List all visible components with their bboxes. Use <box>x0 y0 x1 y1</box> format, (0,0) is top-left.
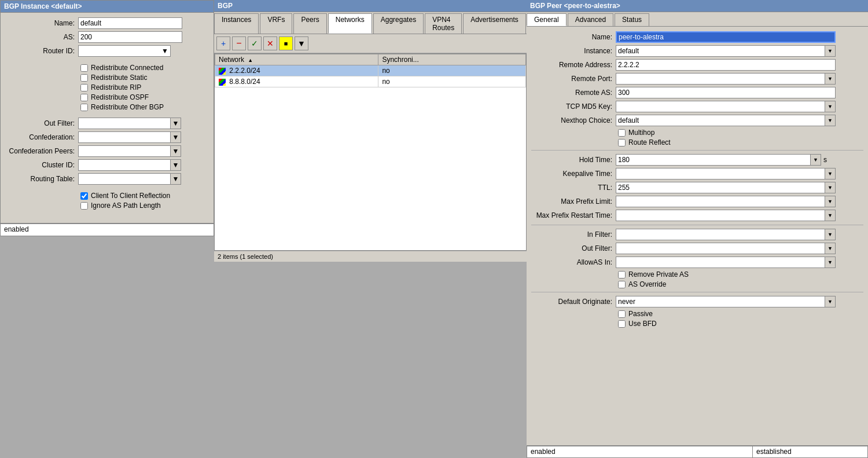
peer-remote-port-dropdown[interactable] <box>616 73 825 85</box>
peer-in-filter-btn[interactable]: ▼ <box>825 229 836 240</box>
tab-peers[interactable]: Peers <box>293 13 326 34</box>
redist-ospf-checkbox[interactable] <box>80 94 88 101</box>
peer-multihop-label: Multihop <box>628 129 654 137</box>
peer-remote-port-btn[interactable]: ▼ <box>825 73 836 85</box>
peer-ttl-btn[interactable]: ▼ <box>825 182 836 193</box>
bgp-peer-tab-bar: General Advanced Status <box>527 12 868 27</box>
peer-as-override-row: AS Override <box>618 280 863 288</box>
redist-bgp-checkbox[interactable] <box>80 104 88 111</box>
add-button[interactable]: + <box>216 36 230 50</box>
peer-max-prefix-restart-dropdown[interactable] <box>616 210 825 221</box>
network-icon <box>219 68 226 75</box>
peer-keepalive-btn[interactable]: ▼ <box>825 168 836 179</box>
redist-static-checkbox[interactable] <box>80 74 88 82</box>
peer-hold-time-btn[interactable]: ▼ <box>811 154 821 166</box>
peer-instance-dropdown-btn[interactable]: ▼ <box>825 45 836 57</box>
peer-instance-dropdown[interactable]: default <box>616 45 825 57</box>
out-filter-dropdown[interactable] <box>78 118 171 129</box>
network-col-header[interactable]: Network ▲ <box>215 54 378 65</box>
routing-table-dropdown[interactable] <box>78 173 171 185</box>
confederation-peers-btn[interactable]: ▼ <box>171 145 181 157</box>
peer-default-originate-btn[interactable]: ▼ <box>825 296 836 307</box>
peer-remote-address-input[interactable] <box>616 59 836 71</box>
peer-max-prefix-dropdown[interactable] <box>616 196 825 207</box>
peer-allow-as-btn[interactable]: ▼ <box>825 257 836 268</box>
confederation-peers-dropdown[interactable] <box>78 145 171 157</box>
tab-advanced[interactable]: Advanced <box>568 13 613 26</box>
peer-tcp-md5-dropdown[interactable] <box>616 101 825 112</box>
peer-max-prefix-btn[interactable]: ▼ <box>825 196 836 207</box>
tab-general[interactable]: General <box>527 13 567 26</box>
tab-networks[interactable]: Networks <box>328 13 372 34</box>
peer-tcp-md5-wrap: ▼ <box>616 101 836 112</box>
remove-button[interactable]: − <box>232 36 246 50</box>
peer-passive-checkbox[interactable] <box>618 310 626 318</box>
cluster-id-dropdown[interactable] <box>78 159 171 171</box>
peer-ttl-dropdown[interactable]: 255 <box>616 182 825 193</box>
table-row[interactable]: 8.8.8.0/24 no <box>215 76 526 87</box>
peer-nexthop-dropdown[interactable]: default <box>616 115 825 126</box>
client-reflection-checkbox[interactable] <box>80 192 88 200</box>
tab-aggregates[interactable]: Aggregates <box>373 13 424 34</box>
mid-gray-area <box>214 262 527 458</box>
apply-button[interactable]: ✓ <box>248 36 262 50</box>
confederation-btn[interactable]: ▼ <box>171 131 181 143</box>
peer-ttl-row: TTL: 255 ▼ <box>531 182 863 193</box>
peer-route-reflect-checkbox[interactable] <box>618 139 626 146</box>
peer-nexthop-value: default <box>618 116 639 124</box>
routing-table-btn[interactable]: ▼ <box>171 173 181 185</box>
peer-remote-as-input[interactable] <box>616 87 836 98</box>
peer-nexthop-wrap: default ▼ <box>616 115 836 126</box>
peer-as-override-checkbox[interactable] <box>618 281 626 288</box>
out-filter-btn[interactable]: ▼ <box>171 118 181 129</box>
tab-vrfs[interactable]: VRFs <box>260 13 292 34</box>
peer-out-filter-btn[interactable]: ▼ <box>825 243 836 254</box>
ignore-as-checkbox[interactable] <box>80 202 88 210</box>
bgp-tab-bar: Instances VRFs Peers Networks Aggregates… <box>214 12 527 34</box>
name-row: Name: <box>5 17 209 29</box>
peer-max-prefix-restart-btn[interactable]: ▼ <box>825 210 836 221</box>
comment-button[interactable]: ■ <box>279 36 293 50</box>
peer-tcp-md5-btn[interactable]: ▼ <box>825 101 836 112</box>
peer-name-input[interactable] <box>616 31 836 43</box>
cluster-id-btn[interactable]: ▼ <box>171 159 181 171</box>
peer-allow-as-dropdown[interactable] <box>616 257 825 268</box>
cluster-id-row: Cluster ID: ▼ <box>5 159 209 171</box>
table-row[interactable]: 2.2.2.0/24 no <box>215 65 526 76</box>
as-label: AS: <box>5 33 75 41</box>
tab-advertisements[interactable]: Advertisements <box>463 13 526 34</box>
peer-use-bfd-checkbox[interactable] <box>618 320 626 328</box>
routing-table-row: Routing Table: ▼ <box>5 173 209 185</box>
peer-default-originate-dropdown[interactable]: never <box>616 296 825 307</box>
peer-out-filter-dropdown[interactable] <box>616 243 825 254</box>
client-reflection-label: Client To Client Reflection <box>91 192 170 200</box>
separator3 <box>531 292 863 292</box>
redist-connected-row: Redistribute Connected <box>80 64 209 72</box>
cancel-button[interactable]: ✕ <box>263 36 277 50</box>
peer-in-filter-dropdown[interactable] <box>616 229 825 240</box>
peer-hold-time-dropdown[interactable]: 180 <box>616 154 811 166</box>
redist-rip-label: Redistribute RIP <box>91 83 141 91</box>
filter-button[interactable]: ▼ <box>295 36 308 50</box>
network-cell: 2.2.2.0/24 <box>215 65 378 76</box>
as-row: AS: <box>5 31 209 43</box>
peer-remove-private-checkbox[interactable] <box>618 271 626 279</box>
tab-status[interactable]: Status <box>615 13 649 26</box>
peer-keepalive-dropdown[interactable] <box>616 168 825 179</box>
confederation-dropdown[interactable] <box>78 131 171 143</box>
synchronize-col-header[interactable]: Synchroni... <box>378 54 526 65</box>
bgp-peer-status-left: enabled <box>527 446 752 458</box>
redist-connected-label: Redistribute Connected <box>91 64 163 72</box>
client-reflection-row: Client To Client Reflection <box>80 192 209 200</box>
as-input[interactable] <box>78 31 182 43</box>
peer-multihop-checkbox[interactable] <box>618 129 626 137</box>
tab-instances[interactable]: Instances <box>214 13 259 34</box>
out-filter-label: Out Filter: <box>5 119 75 127</box>
router-id-row: Router ID: ▼ <box>5 45 209 57</box>
redist-rip-checkbox[interactable] <box>80 84 88 91</box>
tab-vpn4routes[interactable]: VPN4 Routes <box>425 13 462 34</box>
peer-nexthop-btn[interactable]: ▼ <box>825 115 836 126</box>
redist-connected-checkbox[interactable] <box>80 64 88 72</box>
name-input[interactable] <box>78 17 182 29</box>
router-id-dropdown[interactable]: ▼ <box>78 45 171 57</box>
